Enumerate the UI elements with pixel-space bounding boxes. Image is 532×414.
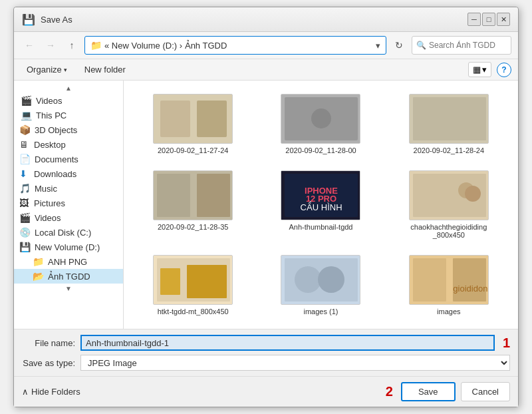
- svg-rect-1: [160, 101, 190, 137]
- forward-button[interactable]: →: [42, 37, 59, 54]
- help-button[interactable]: ?: [497, 63, 511, 77]
- search-box[interactable]: 🔍: [412, 36, 511, 55]
- svg-rect-30: [453, 258, 486, 302]
- search-input[interactable]: [429, 41, 507, 50]
- sidebar-item-videos-top[interactable]: 🎬 Videos: [14, 93, 123, 108]
- svg-point-5: [311, 108, 331, 128]
- file-name: 2020-09-02_11-28-35: [158, 223, 228, 231]
- file-item[interactable]: htkt-tgdd-mt_800x450: [134, 252, 251, 318]
- file-type-label: Save as type:: [22, 358, 75, 368]
- sidebar-item-local-disk[interactable]: 💿 Local Disk (C:): [14, 225, 123, 240]
- sidebar-item-new-volume[interactable]: 💾 New Volume (D:): [14, 240, 123, 254]
- sidebar-item-documents[interactable]: 📄 Documents: [14, 152, 123, 166]
- sidebar-item-label: New Volume (D:): [35, 242, 100, 252]
- svg-rect-10: [197, 174, 230, 217]
- file-thumbnail: [153, 94, 233, 144]
- dialog-title: Save As: [41, 15, 462, 25]
- sidebar-item-label: Desktop: [34, 140, 66, 150]
- save-as-dialog: 💾 Save As ─ □ ✕ ← → ↑ 📁 « New Volume (D:…: [13, 7, 519, 407]
- file-type-select[interactable]: JPEG Image PNG Image BMP Image: [80, 355, 510, 371]
- folder-icon: 📄: [19, 154, 31, 164]
- step-1-annotation: 1: [503, 335, 510, 351]
- view-chevron-icon: ▾: [482, 65, 487, 75]
- hide-folders-label: Hide Folders: [31, 387, 80, 397]
- sidebar-item-label: Pictures: [34, 198, 65, 208]
- svg-text:gioididong: gioididong: [453, 284, 488, 294]
- breadcrumb[interactable]: 📁 « New Volume (D:) › Ảnh TGDD ▾: [84, 36, 386, 55]
- file-item[interactable]: 2020-09-02_11-28-00: [262, 91, 379, 157]
- organize-label: Organize: [27, 65, 62, 75]
- file-item[interactable]: gioididong images: [390, 252, 507, 318]
- file-item[interactable]: 2020-09-02_11-28-24: [390, 91, 507, 157]
- cancel-button[interactable]: Cancel: [461, 382, 510, 401]
- hide-folders-chevron-icon: ∧: [22, 387, 29, 397]
- new-folder-button[interactable]: New folder: [78, 62, 132, 77]
- sidebar-item-label: 3D Objects: [35, 125, 77, 135]
- file-item[interactable]: 2020-09-02_11-27-24: [134, 91, 251, 157]
- files-grid: 2020-09-02_11-27-24 2020-09-02_11-28-00: [129, 86, 513, 323]
- file-name: 2020-09-02_11-28-24: [414, 146, 484, 154]
- svg-rect-2: [197, 101, 227, 137]
- file-item[interactable]: images (1): [262, 252, 379, 318]
- svg-rect-9: [157, 174, 190, 217]
- sidebar-item-desktop[interactable]: 🖥 Desktop: [14, 137, 123, 152]
- maximize-button[interactable]: □: [482, 13, 495, 26]
- folder-icon: 🖥: [19, 139, 30, 150]
- svg-rect-29: [413, 258, 446, 302]
- file-thumbnail: [409, 94, 489, 144]
- minimize-button[interactable]: ─: [467, 13, 481, 26]
- file-name: 2020-09-02_11-27-24: [158, 146, 228, 154]
- window-controls: ─ □ ✕: [467, 13, 510, 26]
- close-button[interactable]: ✕: [497, 13, 510, 26]
- refresh-button[interactable]: ↻: [390, 37, 408, 54]
- sidebar-item-anh-png[interactable]: 📁 ANH PNG: [14, 254, 123, 269]
- folder-open-icon: 📂: [33, 271, 44, 282]
- svg-rect-22: [160, 268, 180, 295]
- pc-icon: 💻: [21, 110, 32, 120]
- hide-folders-button[interactable]: ∧ Hide Folders: [22, 387, 80, 397]
- sidebar-item-3d-objects[interactable]: 📦 3D Objects: [14, 122, 123, 137]
- sidebar-item-label: Documents: [35, 154, 78, 164]
- organize-chevron-icon: ▾: [64, 67, 67, 73]
- toolbar: Organize ▾ New folder ▦ ▾ ?: [14, 59, 518, 81]
- back-button[interactable]: ←: [21, 37, 38, 54]
- organize-button[interactable]: Organize ▾: [21, 62, 73, 77]
- view-toggle-button[interactable]: ▦ ▾: [468, 62, 491, 77]
- sidebar-item-label: ANH PNG: [48, 257, 87, 267]
- up-button[interactable]: ↑: [63, 37, 80, 54]
- sidebar-item-videos[interactable]: 🎬 Videos: [14, 210, 123, 225]
- file-name-input[interactable]: [80, 335, 495, 351]
- scroll-down-indicator: ▼: [14, 284, 123, 294]
- folder-icon: 📦: [19, 124, 31, 135]
- file-name-label: File name:: [22, 338, 75, 348]
- action-buttons: 2 Save Cancel: [386, 382, 510, 401]
- file-item[interactable]: chaokhachthegioididing_800x450: [390, 168, 507, 242]
- view-icon: ▦: [473, 65, 481, 75]
- content-area: ▲ 🎬 Videos 💻 This PC 📦 3D Objects 🖥 Desk…: [14, 81, 518, 329]
- file-thumbnail: gioididong: [409, 255, 489, 305]
- music-icon: 🎵: [19, 183, 31, 194]
- sidebar-item-anh-tgdd[interactable]: 📂 Ảnh TGDD: [14, 269, 123, 284]
- svg-point-27: [318, 266, 344, 293]
- sidebar-item-label: Music: [35, 184, 57, 194]
- file-item[interactable]: IPHONE 12 PRO CẦU HÌNH Anh-thumbnail-tgd…: [262, 168, 379, 242]
- file-name: htkt-tgdd-mt_800x450: [158, 308, 229, 315]
- navigation-bar: ← → ↑ 📁 « New Volume (D:) › Ảnh TGDD ▾ ↻…: [14, 32, 518, 59]
- download-folder-icon: ⬇: [19, 168, 30, 179]
- sidebar-item-downloads[interactable]: ⬇ Downloads: [14, 166, 123, 181]
- bottom-bar: File name: 1 Save as type: JPEG Image PN…: [14, 329, 518, 376]
- sidebar-item-pictures[interactable]: 🖼 Pictures: [14, 196, 123, 210]
- sidebar-item-label: Local Disk (C:): [35, 228, 91, 238]
- file-thumbnail: [409, 170, 489, 220]
- breadcrumb-dropdown-icon[interactable]: ▾: [376, 41, 380, 51]
- file-name: Anh-thumbnail-tgdd: [289, 223, 352, 231]
- breadcrumb-folder-icon: 📁: [90, 40, 102, 51]
- sidebar-item-this-pc[interactable]: 💻 This PC: [14, 108, 123, 122]
- file-name: 2020-09-02_11-28-00: [285, 146, 356, 154]
- file-item[interactable]: 2020-09-02_11-28-35: [134, 168, 251, 242]
- volume-icon: 💾: [19, 242, 31, 252]
- sidebar-item-music[interactable]: 🎵 Music: [14, 181, 123, 196]
- file-thumbnail: [153, 255, 233, 305]
- action-bar: ∧ Hide Folders 2 Save Cancel: [14, 376, 518, 407]
- save-button[interactable]: Save: [401, 382, 456, 401]
